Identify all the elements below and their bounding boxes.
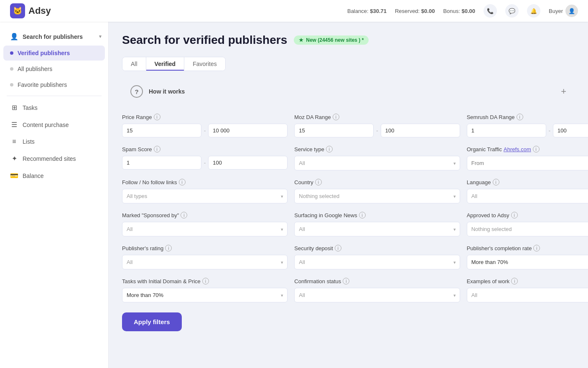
user-menu[interactable]: Buyer 👤 (549, 5, 578, 17)
star-icon: ✦ (10, 155, 18, 162)
page-header: Search for verified publishers New (2445… (122, 33, 575, 47)
tabs: All Verified Favorites (122, 57, 226, 71)
chat-icon[interactable]: 💬 (505, 4, 519, 18)
semrush-da-to-input[interactable] (553, 124, 588, 137)
country-select[interactable]: Nothing selected (294, 189, 460, 203)
country-info-icon[interactable]: i (315, 179, 322, 185)
filter-service-type-label: Service type i (294, 146, 460, 152)
spam-score-from-input[interactable] (122, 156, 201, 170)
marked-sponsored-info-icon[interactable]: i (181, 212, 187, 218)
confirmation-status-info-icon[interactable]: i (343, 278, 349, 284)
security-deposit-info-icon[interactable]: i (335, 245, 341, 251)
confirmation-status-select[interactable]: All (294, 288, 460, 302)
price-range-to-input[interactable] (208, 124, 288, 137)
service-type-info-icon[interactable]: i (326, 146, 333, 152)
organic-traffic-input[interactable] (467, 156, 588, 170)
marked-sponsored-select-wrap: All ▾ (122, 222, 288, 236)
notifications-icon[interactable]: 🔔 (527, 4, 540, 18)
phone-icon[interactable]: 📞 (484, 4, 497, 18)
tab-favorites[interactable]: Favorites (184, 57, 225, 71)
tasks-initial-domain-select-wrap: More than 70% ▾ (122, 288, 288, 302)
filter-marked-sponsored-label: Marked "Sponsored by" i (122, 212, 288, 218)
filter-semrush-da: Semrush DA Range i - (467, 114, 588, 137)
tab-all[interactable]: All (122, 57, 146, 71)
completion-rate-select[interactable]: More than 70% (467, 255, 588, 269)
person-icon: 👤 (10, 33, 18, 41)
filter-completion-rate-label: Publisher's completion rate i (467, 245, 588, 251)
price-range-from-input[interactable] (122, 124, 201, 137)
follow-info-icon[interactable]: i (179, 179, 186, 185)
surfacing-info-icon[interactable]: i (359, 212, 366, 218)
apply-filters-button[interactable]: Apply filters (122, 312, 182, 331)
filter-spam-score: Spam Score i - (122, 146, 288, 170)
publisher-rating-info-icon[interactable]: i (165, 245, 172, 251)
filter-follow-nofollow: Follow / No follow links i All types ▾ (122, 179, 288, 203)
sidebar-item-favorite-publishers[interactable]: Favorite publishers (3, 77, 105, 92)
approved-adsy-info-icon[interactable]: i (511, 212, 518, 218)
examples-select-wrap: All ▾ (467, 288, 588, 302)
filter-publisher-rating-label: Publisher's rating i (122, 245, 288, 251)
filter-semrush-da-label: Semrush DA Range i (467, 114, 588, 120)
sidebar-item-recommended-sites[interactable]: ✦ Recommended sites (3, 150, 105, 167)
tab-verified[interactable]: Verified (146, 57, 185, 71)
spam-score-info-icon[interactable]: i (154, 146, 160, 152)
approved-adsy-select-wrap: Nothing selected ▾ (467, 222, 588, 236)
range-separator: - (204, 127, 206, 134)
moz-da-from-input[interactable] (294, 124, 374, 137)
question-icon: ? (130, 85, 143, 98)
examples-info-icon[interactable]: i (511, 278, 518, 284)
service-type-select[interactable]: All (294, 156, 460, 170)
moz-da-to-input[interactable] (381, 124, 460, 137)
security-deposit-select[interactable]: All (294, 255, 460, 269)
sidebar-item-all-publishers[interactable]: All publishers (3, 61, 105, 76)
examples-of-work-select[interactable]: All (467, 288, 588, 302)
publisher-rating-select-wrap: All ▾ (122, 255, 288, 269)
semrush-da-info-icon[interactable]: i (517, 114, 523, 120)
range-separator: - (204, 160, 206, 166)
price-range-info-icon[interactable]: i (154, 114, 160, 120)
sidebar-item-verified-publishers[interactable]: Verified publishers (3, 46, 105, 61)
follow-nofollow-select[interactable]: All types (122, 189, 288, 203)
sidebar-item-content-purchase[interactable]: ☰ Content purchase (3, 117, 105, 133)
logo-icon: 🐱 (10, 3, 25, 18)
filter-price-range: Price Range i - (122, 114, 288, 137)
filter-examples-of-work: Examples of work i All ▾ (467, 278, 588, 302)
moz-da-info-icon[interactable]: i (333, 114, 339, 120)
filter-organic-traffic: Organic Traffic Ahrefs.com i (467, 146, 588, 170)
sidebar-search-publishers[interactable]: 👤 Search for publishers ▾ (0, 28, 108, 45)
filter-approved-adsy: Approved to Adsy i Nothing selected ▾ (467, 212, 588, 236)
sidebar-item-balance[interactable]: 💳 Balance (3, 168, 105, 184)
filter-examples-of-work-label: Examples of work i (467, 278, 588, 284)
filter-price-range-label: Price Range i (122, 114, 288, 120)
filter-moz-da-label: Moz DA Range i (294, 114, 460, 120)
expand-icon[interactable]: + (561, 86, 566, 97)
marked-sponsored-select[interactable]: All (122, 222, 288, 236)
ahrefs-link[interactable]: Ahrefs.com (504, 146, 531, 152)
country-select-wrap: Nothing selected ▾ (294, 189, 460, 203)
lines-icon: ≡ (10, 138, 18, 145)
organic-traffic-info-icon[interactable]: i (533, 146, 540, 152)
filter-country: Country i Nothing selected ▾ (294, 179, 460, 203)
active-dot (10, 51, 13, 55)
grid-icon: ⊞ (10, 104, 18, 112)
language-select[interactable]: All (467, 189, 588, 203)
tasks-initial-domain-select[interactable]: More than 70% (122, 288, 288, 302)
completion-rate-info-icon[interactable]: i (533, 245, 540, 251)
language-info-icon[interactable]: i (493, 179, 499, 185)
filter-approved-adsy-label: Approved to Adsy i (467, 212, 588, 218)
filter-country-label: Country i (294, 179, 460, 185)
sidebar-item-tasks[interactable]: ⊞ Tasks (3, 99, 105, 116)
bonus-info: Bonus: $0.00 (443, 8, 475, 14)
tasks-initial-domain-info-icon[interactable]: i (202, 278, 209, 284)
approved-adsy-select[interactable]: Nothing selected (467, 222, 588, 236)
inactive-dot (10, 67, 13, 71)
avatar: 👤 (565, 5, 578, 17)
semrush-da-from-input[interactable] (467, 124, 546, 137)
surfacing-google-news-select[interactable]: All (294, 222, 460, 236)
sidebar-item-lists[interactable]: ≡ Lists (3, 134, 105, 150)
publisher-rating-select[interactable]: All (122, 255, 288, 269)
confirmation-status-select-wrap: All ▾ (294, 288, 460, 302)
how-it-works-banner[interactable]: ? How it works + (122, 79, 575, 104)
spam-score-to-input[interactable] (208, 156, 288, 170)
logo[interactable]: 🐱 Adsy (10, 3, 51, 18)
